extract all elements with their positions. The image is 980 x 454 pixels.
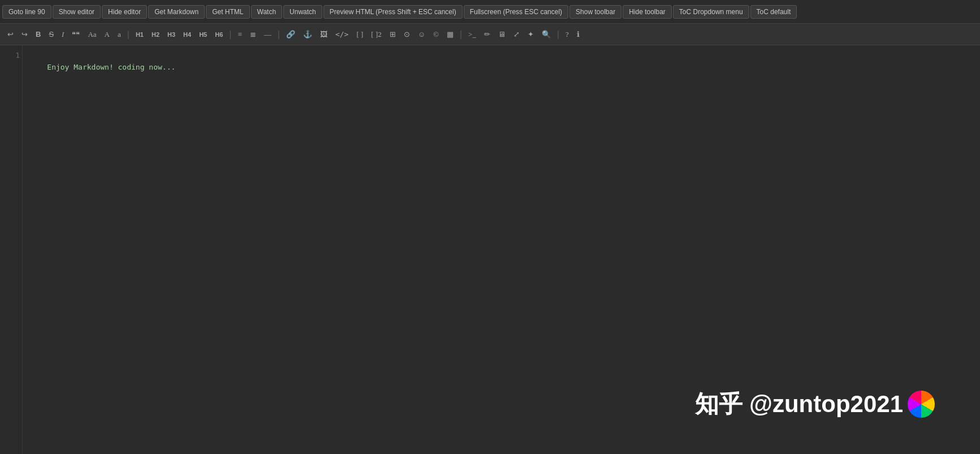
copyright-btn[interactable]: © [430, 29, 442, 40]
formatting-toolbar: ↩↪BSI❝❝AaAa|H1H2H3H4H5H6|≡≣—|🔗⚓🖼</>[ ][ … [0, 24, 980, 45]
big-a-btn[interactable]: A [102, 29, 113, 40]
hide-editor-btn[interactable]: Hide editor [102, 5, 147, 19]
hide-toolbar-btn[interactable]: Hide toolbar [623, 5, 672, 19]
undo-btn[interactable]: ↩ [5, 29, 16, 40]
bold-btn[interactable]: B [33, 29, 44, 40]
preview-html-btn[interactable]: Preview HTML (Press Shift + ESC cancel) [323, 5, 463, 19]
emoji-btn[interactable]: ☺ [415, 29, 428, 40]
unordered-list-btn[interactable]: ≡ [235, 29, 244, 40]
image-btn[interactable]: 🖼 [317, 29, 330, 40]
toolbar-separator: | [460, 29, 462, 40]
toolbar-separator: | [278, 29, 280, 40]
editor-area: 1 Enjoy Markdown! coding now... 知乎 @zunt… [0, 45, 980, 454]
line-numbers: 1 [0, 45, 23, 454]
uppercase-btn[interactable]: Aa [85, 29, 99, 40]
h3-btn[interactable]: H3 [165, 30, 178, 39]
show-toolbar-btn[interactable]: Show toolbar [569, 5, 621, 19]
watermark-badge [908, 391, 935, 418]
redo-btn[interactable]: ↪ [19, 29, 31, 40]
goto-line-btn[interactable]: Goto line 90 [2, 5, 51, 19]
watch-btn[interactable]: Watch [251, 5, 283, 19]
code-block-btn[interactable]: [ ] [353, 29, 366, 40]
edit-btn[interactable]: ✏ [481, 29, 493, 40]
terminal-btn[interactable]: >_ [465, 29, 479, 40]
italic-btn[interactable]: I [59, 29, 67, 40]
show-editor-btn[interactable]: Show editor [53, 5, 101, 19]
toolbar-separator: | [127, 29, 129, 40]
top-button-bar: Goto line 90Show editorHide editorGet Ma… [0, 0, 980, 24]
h5-btn[interactable]: H5 [196, 30, 210, 39]
split-btn[interactable]: ⤢ [511, 29, 523, 40]
preview-btn[interactable]: 🖥 [495, 29, 508, 40]
anchor-btn[interactable]: ⚓ [300, 29, 315, 40]
table2-btn[interactable]: ⊞ [387, 29, 399, 40]
toc-default-btn[interactable]: ToC default [750, 5, 797, 19]
fullscreen2-btn[interactable]: ✦ [525, 29, 537, 40]
info-btn[interactable]: ℹ [574, 29, 582, 40]
small-a-btn[interactable]: a [115, 29, 124, 40]
toc-dropdown-btn[interactable]: ToC Dropdown menu [673, 5, 749, 19]
katex-btn[interactable]: ▦ [444, 29, 456, 40]
toolbar-separator: | [557, 29, 559, 40]
link-btn[interactable]: 🔗 [283, 29, 298, 40]
ordered-list-btn[interactable]: ≣ [247, 29, 259, 40]
flow-btn[interactable]: ⊙ [401, 29, 413, 40]
line-number-1: 1 [15, 51, 20, 59]
quote-btn[interactable]: ❝❝ [69, 29, 83, 40]
get-html-btn[interactable]: Get HTML [206, 5, 249, 19]
strikethrough-btn[interactable]: S [46, 29, 57, 40]
h4-btn[interactable]: H4 [180, 30, 194, 39]
get-markdown-btn[interactable]: Get Markdown [148, 5, 205, 19]
search-btn[interactable]: 🔍 [539, 29, 554, 40]
fullscreen-btn[interactable]: Fullscreen (Press ESC cancel) [464, 5, 568, 19]
toolbar-separator: | [229, 29, 231, 40]
editor-text: Enjoy Markdown! coding now... [47, 63, 175, 71]
help-btn[interactable]: ? [563, 29, 572, 40]
code-btn[interactable]: </> [333, 29, 351, 40]
unwatch-btn[interactable]: Unwatch [283, 5, 322, 19]
table-btn[interactable]: [ ]2 [368, 29, 384, 40]
h2-btn[interactable]: H2 [149, 30, 162, 39]
watermark-text: 知乎 @zuntop2021 [695, 388, 903, 420]
hr-btn[interactable]: — [261, 29, 274, 40]
h1-btn[interactable]: H1 [133, 30, 146, 39]
h6-btn[interactable]: H6 [212, 30, 226, 39]
watermark: 知乎 @zuntop2021 [695, 388, 935, 420]
